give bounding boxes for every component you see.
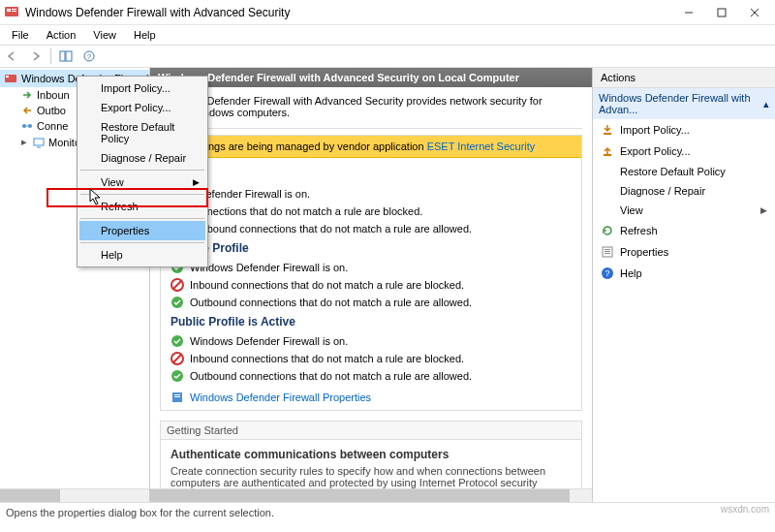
properties-icon (601, 245, 614, 259)
cm-restore-default[interactable]: Restore Default Policy (79, 117, 205, 148)
svg-rect-44 (604, 251, 610, 252)
svg-rect-2 (12, 9, 16, 10)
svg-rect-41 (604, 154, 611, 156)
actions-group-title: Windows Defender Firewall with Advan... … (593, 88, 775, 119)
svg-rect-35 (174, 394, 180, 395)
banner-vendor-link[interactable]: ESET Internet Security (427, 141, 536, 152)
svg-text:?: ? (87, 52, 92, 61)
cm-separator (80, 218, 204, 219)
action-import-policy[interactable]: Import Policy... (593, 119, 775, 141)
nav-forward-button[interactable] (25, 47, 46, 66)
svg-rect-5 (718, 9, 726, 16)
svg-line-32 (173, 355, 181, 362)
action-properties[interactable]: Properties (593, 241, 775, 263)
profile-private-title: Private Profile (170, 241, 572, 255)
cm-separator (80, 170, 204, 171)
svg-rect-13 (6, 76, 9, 78)
show-hide-tree-button[interactable] (55, 47, 77, 66)
toolbar-separator (50, 48, 51, 64)
minimize-button[interactable] (672, 1, 705, 24)
collapse-icon[interactable]: ▴ (763, 98, 769, 110)
menu-action[interactable]: Action (39, 27, 84, 43)
separator (160, 128, 582, 129)
check-icon (170, 296, 184, 309)
svg-rect-45 (604, 253, 610, 254)
check-icon (170, 334, 184, 348)
watermark: wsxdn.com (721, 504, 769, 515)
close-button[interactable] (738, 1, 771, 24)
monitor-icon (33, 137, 45, 148)
svg-rect-9 (66, 51, 72, 61)
svg-rect-1 (7, 9, 11, 12)
block-icon (170, 352, 184, 365)
cm-separator (80, 242, 204, 243)
cm-help[interactable]: Help (79, 245, 205, 265)
cm-properties[interactable]: Properties (79, 221, 205, 240)
svg-rect-40 (604, 133, 611, 135)
maximize-button[interactable] (705, 1, 738, 24)
import-icon (601, 123, 614, 137)
status-bar: Opens the properties dialog box for the … (0, 502, 775, 521)
title-bar: Windows Defender Firewall with Advanced … (0, 0, 775, 25)
svg-text:?: ? (604, 268, 609, 278)
overview-panel: ese settings are being managed by vendor… (160, 135, 582, 411)
nav-back-button[interactable] (2, 47, 23, 66)
firewall-icon (4, 72, 17, 85)
getting-started-panel: Getting Started Authenticate communicati… (160, 421, 582, 488)
status-row: Outbound connections that do not match a… (170, 220, 572, 237)
chevron-right-icon: ▶ (760, 205, 767, 215)
export-icon (601, 144, 614, 158)
cm-diagnose-repair[interactable]: Diagnose / Repair (79, 148, 205, 168)
help-icon: ? (601, 266, 614, 280)
content-body: ws Defender Firewall with Advanced Secur… (150, 87, 592, 488)
action-diagnose-repair[interactable]: Diagnose / Repair (593, 181, 775, 201)
menu-bar: File Action View Help (0, 25, 775, 45)
action-restore-default[interactable]: Restore Default Policy (593, 162, 775, 181)
content-pane: Windows Defender Firewall with Advanced … (150, 68, 593, 502)
svg-rect-3 (12, 11, 16, 12)
cursor-icon (89, 188, 105, 207)
tree-outbound-label: Outbo (37, 105, 66, 116)
tree-connection-label: Conne (37, 120, 68, 132)
svg-point-14 (22, 124, 26, 128)
status-row: Windows Defender Firewall is on. (170, 332, 572, 350)
check-icon (170, 369, 184, 383)
action-refresh[interactable]: Refresh (593, 220, 775, 241)
svg-rect-8 (60, 51, 65, 61)
firewall-properties-link-row: Windows Defender Firewall Properties (170, 391, 572, 404)
getting-started-label: Getting Started (161, 422, 581, 440)
help-button[interactable]: ? (78, 47, 100, 66)
content-hscroll[interactable] (150, 488, 592, 502)
status-row: Inbound connections that do not match a … (170, 276, 572, 294)
status-row: connections that do not match a rule are… (170, 203, 572, 220)
cm-import-policy[interactable]: Import Policy... (79, 78, 205, 98)
cm-export-policy[interactable]: Export Policy... (79, 98, 205, 117)
menu-help[interactable]: Help (126, 27, 164, 43)
expand-icon[interactable]: ▸ (21, 136, 27, 148)
auth-heading: Authenticate communications between comp… (170, 448, 572, 461)
status-row: Outbound connections that do not match a… (170, 294, 572, 311)
toolbar: ? (0, 45, 775, 68)
tree-hscroll[interactable] (0, 488, 149, 502)
svg-rect-36 (174, 396, 180, 397)
action-export-policy[interactable]: Export Policy... (593, 141, 775, 162)
status-row: Windows Defender Firewall is on. (170, 259, 572, 276)
svg-rect-17 (34, 139, 44, 145)
app-icon (4, 5, 19, 20)
inbound-icon (21, 89, 33, 101)
block-icon (170, 278, 184, 292)
window-title: Windows Defender Firewall with Advanced … (25, 6, 672, 19)
vendor-banner: ese settings are being managed by vendor… (161, 136, 581, 158)
profile-public-title: Public Profile is Active (170, 315, 572, 329)
action-help[interactable]: ?Help (593, 263, 775, 284)
chevron-right-icon: ▶ (193, 177, 200, 187)
menu-view[interactable]: View (85, 27, 124, 43)
svg-rect-43 (604, 249, 610, 250)
menu-file[interactable]: File (4, 27, 37, 43)
svg-line-28 (173, 281, 181, 289)
context-menu: Import Policy... Export Policy... Restor… (77, 76, 208, 267)
firewall-properties-link[interactable]: Windows Defender Firewall Properties (190, 391, 371, 403)
action-view[interactable]: View▶ (593, 201, 775, 220)
auth-desc: Create connection security rules to spec… (170, 465, 572, 488)
connection-icon (21, 120, 33, 132)
